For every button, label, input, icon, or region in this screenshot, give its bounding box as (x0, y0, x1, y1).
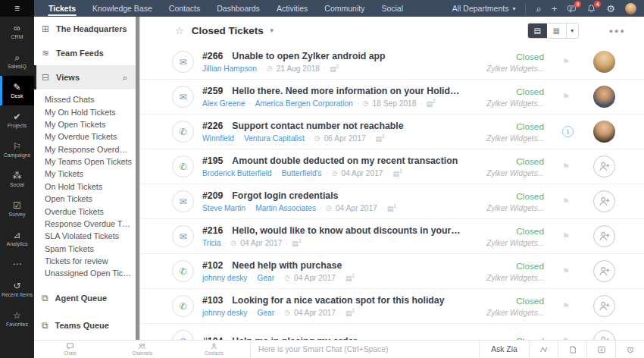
flag-icon[interactable]: ⚑ (562, 196, 570, 206)
flag-icon[interactable]: ⚑ (562, 266, 570, 276)
bottombar-channels[interactable]: Channels (106, 341, 178, 358)
company-link[interactable]: America Bergen Corporation (255, 99, 353, 108)
view-item[interactable]: Missed Chats (34, 93, 139, 105)
view-item[interactable]: On Hold Tickets (34, 181, 139, 193)
nav-tab-community[interactable]: Community (316, 0, 373, 17)
rail-item-analytics[interactable]: ⊿Analytics (0, 224, 34, 253)
announcements-icon[interactable]: 0 (567, 4, 577, 14)
flag-icon[interactable]: ⚑ (562, 92, 570, 102)
rail-item-social[interactable]: ⁂Social (0, 165, 34, 194)
flag-icon[interactable]: ⚑ (562, 301, 570, 311)
view-options-button[interactable]: ▼ (566, 24, 578, 38)
view-item[interactable]: My On Hold Tickets (34, 105, 139, 118)
rail-item-recent-items[interactable]: ↺Recent Items (0, 275, 34, 304)
add-contact-icon[interactable] (593, 260, 615, 282)
settings-icon[interactable]: ⚙ (606, 4, 615, 14)
smart-chat-input[interactable] (258, 345, 471, 353)
nav-tab-knowledge-base[interactable]: Knowledge Base (84, 0, 161, 17)
rail-item-survey[interactable]: ☑Survey (0, 194, 34, 224)
notifications-icon[interactable]: 4 (586, 4, 596, 14)
bottombar-contacts[interactable]: Contacts (178, 341, 250, 358)
favorite-star-icon[interactable]: ☆ (175, 25, 184, 36)
view-item[interactable]: Response Overdue Tickets (34, 218, 139, 230)
view-item[interactable]: My Tickets (34, 168, 139, 180)
download-icon[interactable] (586, 341, 615, 358)
contact-avatar[interactable] (593, 86, 615, 108)
ticket-row[interactable]: ✆#102Need help with purchasejohnny desky… (140, 254, 644, 289)
company-link[interactable]: Martin Associates (255, 204, 316, 212)
nav-tab-contacts[interactable]: Contacts (161, 0, 208, 17)
view-item[interactable]: Overdue Tickets (34, 205, 139, 217)
company-link[interactable]: Gear (257, 274, 274, 282)
view-item[interactable]: Spam Tickets (34, 243, 139, 255)
view-item[interactable]: Open Tickets (34, 193, 139, 205)
bottombar-chats[interactable]: Chats (34, 341, 106, 358)
contact-avatar[interactable] (593, 121, 615, 143)
title-dropdown-icon[interactable]: ▼ (269, 27, 275, 34)
rail-item-more[interactable]: ⋯ (0, 253, 34, 275)
contact-link[interactable]: Tricia (202, 239, 221, 247)
comment-count-badge[interactable]: 1 (562, 126, 574, 137)
rail-item-crm[interactable]: ∞CRM (0, 17, 34, 46)
contact-link[interactable]: Steve Martin (202, 204, 245, 212)
views-search-icon[interactable]: ⌕ (123, 73, 127, 83)
add-contact-icon[interactable] (593, 295, 615, 317)
contact-link[interactable]: Alex Greene (202, 99, 245, 108)
contact-avatar[interactable] (593, 51, 615, 73)
nav-tab-social[interactable]: Social (373, 0, 411, 17)
add-contact-icon[interactable] (593, 155, 615, 177)
view-item[interactable]: My Response Overdue Tic... (34, 143, 139, 155)
ticket-row[interactable]: ✆#226Support contact number not reachabl… (140, 115, 644, 149)
sidebar-item-headquarters[interactable]: ⊞ The Headquarters (34, 17, 139, 41)
nav-tab-dashboards[interactable]: Dashboards (208, 0, 268, 17)
ticket-row[interactable]: ✆#195Amount double deducted on my recent… (140, 149, 644, 184)
ticket-row[interactable]: ✉#259Hello there. Need more information … (140, 80, 644, 115)
sidebar-item-team-feeds[interactable]: ≋ Team Feeds (34, 41, 139, 65)
add-contact-icon[interactable] (593, 225, 615, 247)
list-view-button[interactable]: ▤ (528, 24, 547, 38)
sidebar-item-teams-queue[interactable]: ⧉ Teams Queue (34, 314, 139, 337)
flag-icon[interactable]: ⚑ (562, 162, 570, 171)
view-item[interactable]: Tickets for review (34, 255, 139, 267)
view-item[interactable]: My Open Tickets (34, 118, 139, 130)
grid-view-button[interactable]: ▦ (547, 24, 566, 38)
contact-link[interactable]: Broderick Butterfield (202, 169, 272, 177)
view-item[interactable]: My Overdue Tickets (34, 130, 139, 143)
search-icon[interactable]: ⌕ (536, 4, 541, 14)
add-contact-icon[interactable] (593, 190, 615, 212)
flag-icon[interactable]: ⚑ (562, 231, 570, 241)
nav-tab-activities[interactable]: Activities (268, 0, 316, 17)
sidebar-scrollbar[interactable] (136, 17, 139, 340)
rail-item-campaigns[interactable]: ⚐Campaigns (0, 135, 34, 165)
company-link[interactable]: Butterfield's (282, 169, 322, 177)
view-item[interactable]: My Teams Open Tickets (34, 155, 139, 168)
view-item[interactable]: Unassigned Open Tickets (34, 267, 139, 279)
department-selector[interactable]: All Departments ▾ (452, 4, 516, 13)
company-link[interactable]: Ventura Capitalist (244, 134, 305, 143)
rail-item-projects[interactable]: ✔Projects (0, 105, 34, 135)
flag-icon[interactable]: ⚑ (562, 57, 570, 67)
more-options-button[interactable]: ●●● (609, 27, 626, 35)
ticket-row[interactable]: ◉#104Help me in placing my orderClosed⚑ (140, 324, 644, 340)
contact-link[interactable]: johnny desky (202, 309, 247, 317)
ticket-row[interactable]: ✉#266Unable to open Zylker android appJi… (140, 45, 644, 80)
contact-link[interactable]: Winnfield (202, 134, 234, 143)
rail-item-favorites[interactable]: ☆Favorites (0, 304, 34, 334)
company-link[interactable]: Gear (257, 309, 274, 317)
add-icon[interactable]: + (552, 4, 558, 14)
rail-item-salesiq[interactable]: ⌕SalesIQ (0, 46, 34, 76)
sidebar-item-views[interactable]: ⊟ Views ⌕ (34, 65, 139, 90)
sidebar-item-agent-queue[interactable]: ⧉ Agent Queue (34, 287, 139, 309)
contact-link[interactable]: Jillian Hampson (202, 64, 257, 73)
ask-zia-button[interactable]: Ask Zia (479, 341, 529, 358)
ticket-row[interactable]: ✉#209Forgot login credentialsSteve Marti… (140, 184, 644, 219)
zia-icon[interactable] (529, 341, 558, 358)
add-contact-icon[interactable] (593, 330, 615, 340)
nav-tab-tickets[interactable]: Tickets (40, 0, 84, 17)
contact-link[interactable]: johnny desky (202, 274, 247, 282)
ticket-row[interactable]: ✆#103Looking for a nice vacation spot fo… (140, 289, 644, 324)
view-item[interactable]: SLA Violated Tickets (34, 230, 139, 242)
ticket-row[interactable]: ✉#216Hello, would like to know about dis… (140, 219, 644, 254)
user-avatar[interactable] (625, 3, 636, 14)
rail-item-desk[interactable]: ✎Desk (0, 76, 34, 105)
